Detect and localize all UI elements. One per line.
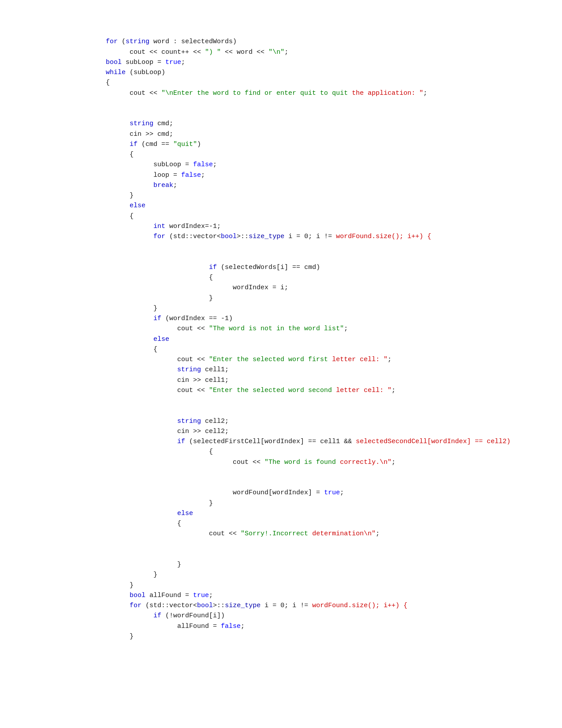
line-31: string cell1; bbox=[26, 366, 229, 373]
line-49: } bbox=[26, 582, 134, 589]
line-53: allFound = false; bbox=[26, 623, 245, 630]
line-5: { bbox=[26, 79, 110, 86]
line-39: cout << "The word is found correctly.\n"… bbox=[26, 459, 395, 466]
line-3: bool subLoop = true; bbox=[26, 59, 185, 66]
line-52: if (!wordFound[i]) bbox=[26, 612, 225, 620]
line-1: for (string word : selectedWords) bbox=[26, 38, 237, 45]
line-18: int wordIndex=-1; bbox=[26, 223, 221, 230]
line-11: { bbox=[26, 151, 134, 158]
line-14: break; bbox=[26, 182, 177, 189]
line-42: } bbox=[26, 500, 213, 507]
line-51: for (std::vector<bool>::size_type i = 0;… bbox=[26, 602, 407, 609]
line-35: string cell2; bbox=[26, 418, 229, 425]
line-50: bool allFound = true; bbox=[26, 592, 213, 599]
line-13: loop = false; bbox=[26, 172, 205, 179]
line-25: } bbox=[26, 305, 157, 312]
line-36: cin >> cell2; bbox=[26, 428, 229, 435]
line-54: } bbox=[26, 633, 134, 640]
line-21: if (selectedWords[i] == cmd) bbox=[26, 264, 320, 271]
line-16: else bbox=[26, 202, 145, 209]
line-28: else bbox=[26, 336, 169, 343]
line-4: while (subLoop) bbox=[26, 69, 165, 76]
line-32: cin >> cell1; bbox=[26, 377, 229, 384]
line-24: } bbox=[26, 295, 213, 302]
line-12: subLoop = false; bbox=[26, 161, 217, 168]
line-33: cout << "Enter the selected word second … bbox=[26, 387, 395, 394]
line-9: cin >> cmd; bbox=[26, 131, 173, 138]
line-23: wordIndex = i; bbox=[26, 284, 288, 291]
line-15: } bbox=[26, 192, 134, 199]
line-45: cout << "Sorry!.Incorrect determination\… bbox=[26, 530, 380, 538]
line-27: cout << "The word is not in the word lis… bbox=[26, 325, 348, 332]
line-17: { bbox=[26, 213, 134, 220]
line-43: else bbox=[26, 510, 193, 517]
line-44: { bbox=[26, 520, 181, 527]
line-8: string cmd; bbox=[26, 120, 173, 127]
line-2: cout << count++ << ") " << word << "\n"; bbox=[26, 49, 288, 56]
line-47: } bbox=[26, 561, 181, 568]
line-26: if (wordIndex == -1) bbox=[26, 315, 233, 322]
line-38: { bbox=[26, 448, 213, 455]
code-display: for (string word : selectedWords) cout <… bbox=[26, 26, 544, 642]
line-10: if (cmd == "quit") bbox=[26, 141, 201, 148]
line-37: if (selectedFirstCell[wordIndex] == cell… bbox=[26, 438, 510, 445]
line-30: cout << "Enter the selected word first l… bbox=[26, 356, 391, 363]
line-41: wordFound[wordIndex] = true; bbox=[26, 489, 344, 497]
line-22: { bbox=[26, 274, 213, 281]
line-19: for (std::vector<bool>::size_type i = 0;… bbox=[26, 233, 431, 240]
line-48: } bbox=[26, 571, 157, 579]
line-29: { bbox=[26, 346, 157, 353]
line-6: cout << "\nEnter the word to find or ent… bbox=[26, 90, 427, 97]
